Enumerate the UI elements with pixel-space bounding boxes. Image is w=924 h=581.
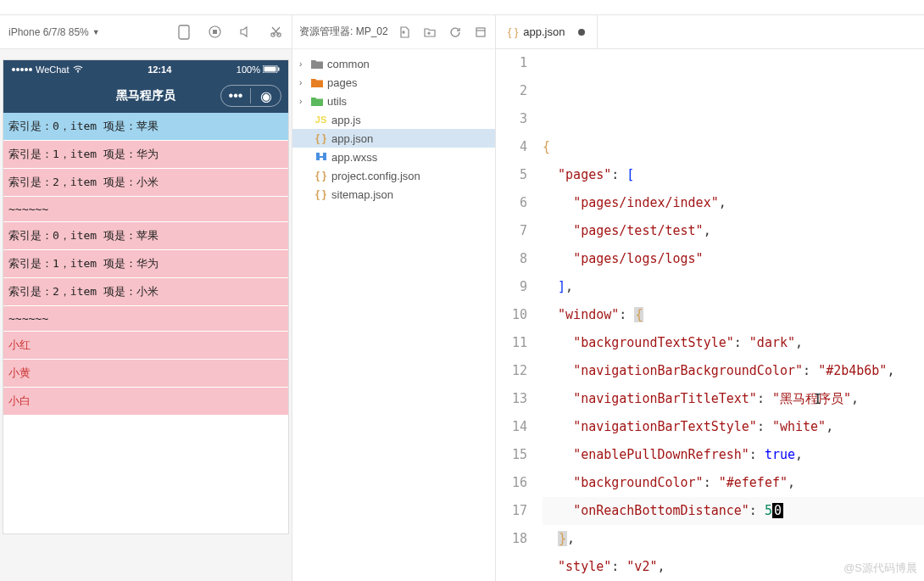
preview-row: 索引是：1，item 项是：华为 (3, 141, 288, 169)
watermark: @S源代码博晨 (843, 561, 917, 576)
file-app-json[interactable]: { }app.json (292, 129, 495, 148)
json-icon: { } (314, 188, 327, 200)
editor-tabs: { } app.json (496, 15, 924, 49)
explorer-header: 资源管理器: MP_02 (292, 15, 495, 49)
device-icon[interactable] (176, 25, 192, 40)
preview-row: 索引是：0，item 项是：苹果 (3, 113, 288, 141)
preview-row: ~~~~~~ (3, 197, 288, 222)
code-editor: { } app.json 123456789101112131415161718… (496, 15, 924, 581)
capsule-menu-icon[interactable]: ••• (221, 88, 251, 103)
tree-item-label: app.js (331, 114, 361, 126)
unsaved-indicator-icon (578, 29, 585, 36)
svg-rect-0 (179, 25, 189, 39)
explorer-title: 资源管理器: MP_02 (299, 25, 388, 39)
folder-common[interactable]: ›common (292, 54, 495, 73)
phone-preview: WeChat 12:14 100% 黑马程序员 (3, 59, 289, 534)
simulator-toolbar: iPhone 6/7/8 85% ▼ (0, 15, 292, 49)
refresh-icon[interactable] (448, 25, 463, 40)
tree-item-label: utils (327, 95, 347, 108)
code-area[interactable]: 123456789101112131415161718 I { "pages":… (496, 49, 924, 581)
tree-item-label: project.config.json (331, 170, 420, 182)
svg-rect-9 (476, 28, 485, 36)
tab-label: app.json (523, 25, 565, 38)
device-selector[interactable]: iPhone 6/7/8 85% ▼ (8, 26, 100, 38)
svg-rect-8 (278, 68, 280, 71)
preview-row: ~~~~~~ (3, 306, 288, 332)
svg-rect-7 (264, 67, 276, 72)
json-icon: { } (314, 132, 327, 144)
wxss-icon (314, 151, 327, 164)
text-cursor-icon: I (814, 385, 822, 413)
file-project-config-json[interactable]: { }project.config.json (292, 166, 495, 185)
new-folder-icon[interactable] (422, 25, 437, 40)
navigation-bar: 黑马程序员 ••• ◉ (3, 79, 288, 113)
status-bar: WeChat 12:14 100% (3, 60, 288, 79)
folder-icon (310, 97, 323, 106)
preview-body: 索引是：0，item 项是：苹果索引是：1，item 项是：华为索引是：2，it… (3, 113, 288, 416)
chevron-down-icon: ▼ (92, 28, 100, 36)
chevron-right-icon: › (299, 97, 306, 106)
chevron-right-icon: › (299, 78, 306, 87)
device-label-text: iPhone 6/7/8 85% (8, 26, 89, 38)
code-content[interactable]: I { "pages": [ "pages/index/index", "pag… (543, 49, 924, 581)
tree-item-label: app.json (331, 132, 373, 145)
preview-row: 索引是：1，item 项是：华为 (3, 250, 288, 278)
new-file-icon[interactable] (397, 25, 412, 40)
tree-item-label: app.wxss (331, 151, 377, 164)
tab-app-json[interactable]: { } app.json (496, 15, 598, 48)
chevron-right-icon: › (299, 59, 306, 69)
tree-item-label: common (327, 58, 370, 70)
preview-row: 索引是：2，item 项是：小米 (3, 278, 288, 306)
top-menu (292, 0, 924, 14)
js-icon: JS (314, 115, 327, 125)
battery-text: 100% (237, 64, 260, 75)
file-app-wxss[interactable]: app.wxss (292, 148, 495, 166)
file-explorer: 资源管理器: MP_02 ›common›pages›utilsJSapp.js… (292, 15, 496, 581)
file-app-js[interactable]: JSapp.js (292, 110, 495, 129)
folder-utils[interactable]: ›utils (292, 92, 495, 110)
capsule-buttons: ••• ◉ (220, 85, 281, 107)
collapse-icon[interactable] (473, 25, 488, 40)
json-icon: { } (314, 170, 327, 182)
sound-icon[interactable] (237, 25, 253, 40)
tree-item-label: sitemap.json (331, 188, 393, 201)
preview-row: 小红 (3, 332, 288, 360)
svg-rect-2 (213, 30, 217, 34)
folder-pages[interactable]: ›pages (292, 73, 495, 92)
battery-icon (263, 64, 280, 75)
nav-title: 黑马程序员 (116, 88, 175, 103)
cut-icon[interactable] (268, 25, 283, 40)
simulator-panel: iPhone 6/7/8 85% ▼ WeChat (0, 15, 292, 581)
preview-row: 索引是：0，item 项是：苹果 (3, 222, 288, 250)
capsule-close-icon[interactable]: ◉ (251, 88, 281, 104)
wifi-icon (73, 64, 83, 75)
preview-row: 小黄 (3, 360, 288, 388)
file-sitemap-json[interactable]: { }sitemap.json (292, 185, 495, 204)
tree-item-label: pages (327, 76, 357, 89)
preview-row: 索引是：2，item 项是：小米 (3, 169, 288, 197)
folder-icon (310, 59, 323, 69)
json-icon: { } (508, 25, 518, 38)
line-gutter: 123456789101112131415161718 (496, 49, 543, 581)
stop-icon[interactable] (207, 25, 222, 40)
carrier-text: WeChat (36, 64, 70, 75)
file-tree: ›common›pages›utilsJSapp.js{ }app.jsonap… (292, 49, 495, 209)
preview-row: 小白 (3, 388, 288, 416)
status-time: 12:14 (83, 64, 237, 75)
folder-icon (310, 78, 323, 87)
svg-point-5 (77, 71, 79, 73)
